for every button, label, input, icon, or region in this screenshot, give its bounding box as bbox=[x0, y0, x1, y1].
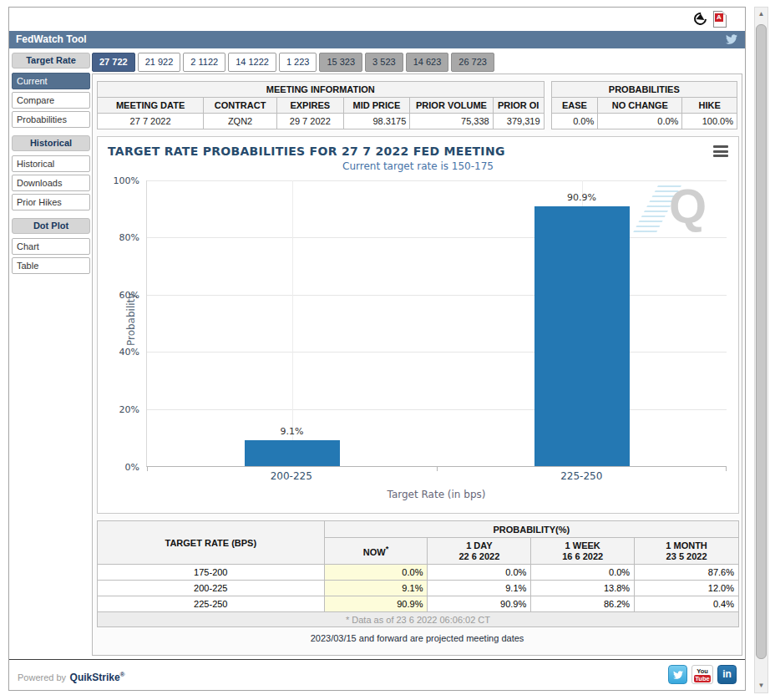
probabilities-summary-table: PROBABILITIES EASE NO CHANGE HIKE 0.0% 0… bbox=[551, 81, 737, 129]
col-1-week: 1 WEEK16 6 2022 bbox=[531, 538, 635, 565]
col-prior-oi: PRIOR OI bbox=[493, 98, 544, 114]
y-axis-labels: 100% 80% 60% 40% 20% 0% bbox=[98, 180, 146, 467]
data-as-of-note: * Data as of 23 6 2022 06:06:02 CT bbox=[98, 612, 739, 627]
day-cell: 90.9% bbox=[428, 596, 531, 612]
meeting-date-tabs: 27 722 21 922 2 1122 14 1222 1 223 15 32… bbox=[92, 53, 742, 72]
col-ease: EASE bbox=[551, 98, 598, 114]
meeting-info-table: MEETING INFORMATION MEETING DATE CONTRAC… bbox=[97, 81, 545, 129]
content-area: Target Rate Current Compare Probabilitie… bbox=[9, 48, 745, 660]
x-axis-labels: 200-225 225-250 bbox=[146, 470, 727, 484]
scrollbar-thumb[interactable] bbox=[756, 24, 767, 659]
gridline bbox=[147, 295, 727, 296]
hike-value: 100.0% bbox=[682, 114, 737, 129]
contract-value: ZQN2 bbox=[204, 114, 277, 129]
month-cell: 0.4% bbox=[635, 596, 739, 612]
youtube-button[interactable]: You Tube bbox=[691, 665, 713, 684]
day-cell: 0.0% bbox=[428, 565, 531, 581]
tab-meeting-6[interactable]: 3 523 bbox=[365, 53, 403, 72]
sidebar-item-probabilities[interactable]: Probabilities bbox=[12, 111, 90, 128]
tab-meeting-0[interactable]: 27 722 bbox=[92, 53, 135, 72]
quikstrike-link[interactable]: QuikStrike® bbox=[70, 672, 125, 683]
col-hike: HIKE bbox=[682, 98, 737, 114]
y-tick-60: 60% bbox=[101, 290, 139, 301]
fedwatch-window: A FedWatch Tool Target Rate Current Comp… bbox=[8, 7, 746, 691]
probability-chart: TARGET RATE PROBABILITIES FOR 27 7 2022 … bbox=[97, 136, 739, 514]
prior-volume-value: 75,338 bbox=[410, 114, 493, 129]
bar-200-225[interactable]: 9.1% bbox=[245, 440, 340, 466]
pdf-export-icon[interactable]: A bbox=[713, 11, 727, 28]
chart-subtitle: Current target rate is 150-175 bbox=[98, 160, 738, 172]
day-cell: 9.1% bbox=[428, 581, 531, 596]
sidebar-item-historical[interactable]: Historical bbox=[12, 155, 90, 172]
tab-meeting-2[interactable]: 2 1122 bbox=[183, 53, 225, 72]
gridline bbox=[147, 180, 727, 181]
main-area: 27 722 21 922 2 1122 14 1222 1 223 15 32… bbox=[92, 53, 742, 656]
col-mid-price: MID PRICE bbox=[343, 98, 410, 114]
twitter-icon bbox=[672, 670, 684, 680]
week-cell: 86.2% bbox=[531, 596, 635, 612]
watermark-q: Q bbox=[669, 180, 707, 232]
gridline bbox=[147, 409, 727, 410]
y-tick-20: 20% bbox=[101, 404, 139, 415]
linkedin-icon: in bbox=[722, 668, 732, 680]
bar-value-label: 9.1% bbox=[245, 426, 340, 437]
tab-meeting-1[interactable]: 21 922 bbox=[138, 53, 181, 72]
now-cell: 90.9% bbox=[324, 596, 428, 612]
meeting-date-value: 27 7 2022 bbox=[98, 114, 204, 129]
sidebar-item-compare[interactable]: Compare bbox=[12, 92, 90, 109]
sidebar-group-historical: Historical bbox=[12, 135, 90, 151]
x-axis-title: Target Rate (in bps) bbox=[98, 489, 738, 500]
probability-pct-header: PROBABILITY(%) bbox=[324, 521, 738, 538]
table-row: 225-250 90.9% 90.9% 86.2% 0.4% bbox=[98, 596, 739, 612]
twitter-button[interactable] bbox=[668, 665, 687, 684]
col-1-month: 1 MONTH23 5 2022 bbox=[635, 538, 739, 565]
tab-meeting-8[interactable]: 26 723 bbox=[451, 53, 494, 72]
sidebar: Target Rate Current Compare Probabilitie… bbox=[12, 53, 90, 276]
expires-value: 29 7 2022 bbox=[276, 114, 343, 129]
title-bar: FedWatch Tool bbox=[9, 31, 745, 48]
plot-area: Q 9.1% 90.9% bbox=[146, 180, 727, 467]
sidebar-item-downloads[interactable]: Downloads bbox=[12, 175, 90, 191]
chart-title: TARGET RATE PROBABILITIES FOR 27 7 2022 … bbox=[98, 137, 738, 158]
linkedin-button[interactable]: in bbox=[717, 665, 737, 684]
col-1-day: 1 DAY22 6 2022 bbox=[428, 538, 531, 565]
page-scrollbar[interactable]: ▲ ▼ bbox=[754, 7, 768, 693]
sidebar-item-current[interactable]: Current bbox=[12, 73, 90, 89]
week-cell: 0.0% bbox=[531, 565, 635, 581]
sidebar-item-chart[interactable]: Chart bbox=[12, 238, 90, 255]
refresh-icon[interactable] bbox=[691, 10, 709, 28]
tab-meeting-3[interactable]: 14 1222 bbox=[228, 53, 276, 72]
table-row: 175-200 0.0% 0.0% 0.0% 87.6% bbox=[98, 565, 739, 581]
probabilities-title: PROBABILITIES bbox=[551, 82, 737, 98]
week-cell: 13.8% bbox=[531, 581, 635, 596]
month-cell: 87.6% bbox=[635, 565, 739, 581]
prior-oi-value: 379,319 bbox=[493, 114, 544, 129]
pdf-badge: A bbox=[715, 13, 723, 22]
gridline bbox=[147, 352, 727, 353]
table-row: 200-225 9.1% 9.1% 13.8% 12.0% bbox=[98, 581, 739, 596]
rate-cell: 225-250 bbox=[98, 596, 325, 612]
twitter-icon[interactable] bbox=[725, 33, 738, 45]
now-cell: 9.1% bbox=[324, 581, 428, 596]
sidebar-item-prior-hikes[interactable]: Prior Hikes bbox=[12, 194, 90, 211]
probability-history-table: TARGET RATE (BPS) PROBABILITY(%) NOW* 1 … bbox=[97, 520, 739, 627]
ease-value: 0.0% bbox=[551, 114, 598, 129]
col-expires: EXPIRES bbox=[276, 98, 343, 114]
tab-meeting-4[interactable]: 1 223 bbox=[279, 53, 317, 72]
chart-menu-icon[interactable] bbox=[713, 145, 728, 160]
no-change-value: 0.0% bbox=[598, 114, 682, 129]
col-meeting-date: MEETING DATE bbox=[98, 98, 204, 114]
sidebar-group-target-rate: Target Rate bbox=[12, 53, 90, 68]
tab-meeting-5[interactable]: 15 323 bbox=[319, 53, 362, 72]
scroll-up-arrow-icon[interactable]: ▲ bbox=[755, 8, 767, 21]
sidebar-group-dot-plot: Dot Plot bbox=[12, 218, 90, 234]
sidebar-item-table[interactable]: Table bbox=[12, 257, 90, 274]
scroll-down-arrow-icon[interactable]: ▼ bbox=[755, 679, 767, 692]
powered-by-label: Powered by bbox=[18, 672, 66, 682]
bar-225-250[interactable]: 90.9% bbox=[534, 206, 630, 466]
rate-cell: 200-225 bbox=[98, 581, 325, 596]
rate-cell: 175-200 bbox=[98, 565, 325, 581]
tab-meeting-7[interactable]: 14 623 bbox=[406, 53, 449, 72]
y-tick-0: 0% bbox=[101, 462, 139, 473]
x-category-0: 200-225 bbox=[271, 470, 312, 482]
